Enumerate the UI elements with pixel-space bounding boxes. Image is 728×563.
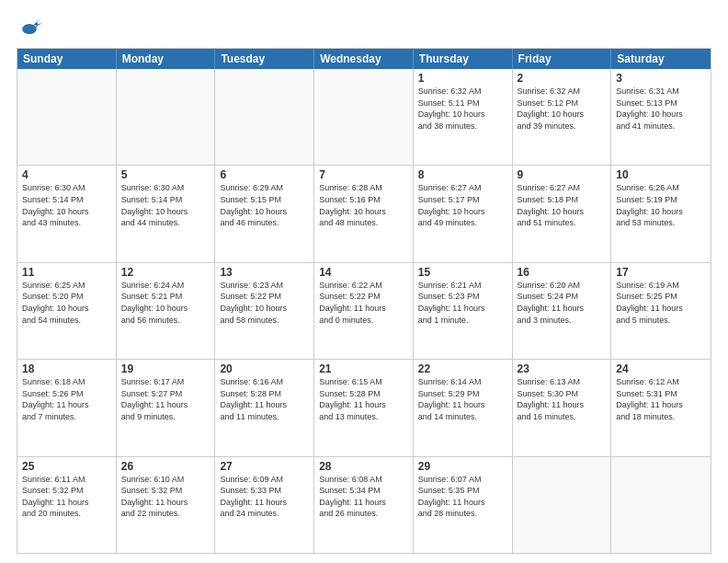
calendar-cell: 17Sunrise: 6:19 AM Sunset: 5:25 PM Dayli…	[611, 263, 711, 359]
day-number: 15	[418, 266, 507, 279]
day-info: Sunrise: 6:30 AM Sunset: 5:14 PM Dayligh…	[121, 182, 210, 228]
calendar-cell: 9Sunrise: 6:27 AM Sunset: 5:18 PM Daylig…	[513, 166, 612, 261]
day-number: 20	[220, 362, 309, 375]
day-info: Sunrise: 6:25 AM Sunset: 5:20 PM Dayligh…	[22, 280, 111, 326]
day-info: Sunrise: 6:26 AM Sunset: 5:19 PM Dayligh…	[616, 182, 706, 228]
day-number: 28	[319, 460, 408, 473]
day-info: Sunrise: 6:27 AM Sunset: 5:17 PM Dayligh…	[418, 182, 507, 228]
day-number: 27	[220, 460, 309, 473]
logo-icon	[17, 15, 42, 40]
calendar-cell: 21Sunrise: 6:15 AM Sunset: 5:28 PM Dayli…	[314, 360, 414, 455]
day-number: 19	[121, 362, 210, 375]
calendar-cell: 19Sunrise: 6:17 AM Sunset: 5:27 PM Dayli…	[117, 360, 216, 455]
day-info: Sunrise: 6:17 AM Sunset: 5:27 PM Dayligh…	[121, 376, 210, 422]
day-number: 24	[616, 362, 706, 375]
day-info: Sunrise: 6:09 AM Sunset: 5:33 PM Dayligh…	[220, 474, 309, 520]
day-info: Sunrise: 6:11 AM Sunset: 5:32 PM Dayligh…	[22, 474, 111, 520]
day-info: Sunrise: 6:24 AM Sunset: 5:21 PM Dayligh…	[121, 280, 210, 326]
calendar-row: 25Sunrise: 6:11 AM Sunset: 5:32 PM Dayli…	[17, 456, 711, 553]
day-info: Sunrise: 6:13 AM Sunset: 5:30 PM Dayligh…	[518, 376, 607, 422]
calendar-cell: 8Sunrise: 6:27 AM Sunset: 5:17 PM Daylig…	[414, 166, 513, 261]
day-number: 26	[121, 460, 210, 473]
calendar-cell: 18Sunrise: 6:18 AM Sunset: 5:26 PM Dayli…	[17, 360, 117, 455]
day-number: 5	[121, 168, 210, 181]
day-info: Sunrise: 6:31 AM Sunset: 5:13 PM Dayligh…	[616, 86, 706, 132]
calendar-cell: 1Sunrise: 6:32 AM Sunset: 5:11 PM Daylig…	[414, 69, 513, 165]
day-info: Sunrise: 6:07 AM Sunset: 5:35 PM Dayligh…	[418, 474, 507, 520]
calendar-cell: 12Sunrise: 6:24 AM Sunset: 5:21 PM Dayli…	[117, 263, 216, 359]
header-cell-wednesday: Wednesday	[314, 49, 414, 69]
day-number: 25	[22, 460, 111, 473]
day-number: 12	[121, 266, 210, 279]
calendar-cell: 24Sunrise: 6:12 AM Sunset: 5:31 PM Dayli…	[611, 360, 711, 455]
calendar-cell: 4Sunrise: 6:30 AM Sunset: 5:14 PM Daylig…	[17, 166, 117, 261]
svg-point-1	[36, 23, 38, 25]
header-cell-friday: Friday	[513, 49, 612, 69]
day-info: Sunrise: 6:21 AM Sunset: 5:23 PM Dayligh…	[418, 280, 507, 326]
svg-point-0	[22, 24, 37, 34]
calendar: SundayMondayTuesdayWednesdayThursdayFrid…	[17, 48, 711, 554]
day-info: Sunrise: 6:12 AM Sunset: 5:31 PM Dayligh…	[616, 376, 706, 422]
day-info: Sunrise: 6:14 AM Sunset: 5:29 PM Dayligh…	[418, 376, 507, 422]
calendar-row: 4Sunrise: 6:30 AM Sunset: 5:14 PM Daylig…	[17, 165, 711, 261]
day-number: 9	[518, 168, 607, 181]
calendar-cell: 2Sunrise: 6:32 AM Sunset: 5:12 PM Daylig…	[513, 69, 612, 165]
calendar-header: SundayMondayTuesdayWednesdayThursdayFrid…	[17, 49, 711, 69]
day-number: 10	[616, 168, 706, 181]
header-cell-tuesday: Tuesday	[215, 49, 314, 69]
header-cell-sunday: Sunday	[17, 49, 117, 69]
day-number: 1	[418, 72, 507, 85]
day-info: Sunrise: 6:10 AM Sunset: 5:32 PM Dayligh…	[121, 474, 210, 520]
calendar-cell	[513, 457, 612, 553]
calendar-cell: 6Sunrise: 6:29 AM Sunset: 5:15 PM Daylig…	[215, 166, 314, 261]
calendar-cell	[215, 69, 314, 165]
header-cell-monday: Monday	[117, 49, 216, 69]
calendar-cell: 28Sunrise: 6:08 AM Sunset: 5:34 PM Dayli…	[314, 457, 414, 553]
day-info: Sunrise: 6:28 AM Sunset: 5:16 PM Dayligh…	[319, 182, 408, 228]
day-number: 21	[319, 362, 408, 375]
day-number: 3	[616, 72, 706, 85]
day-info: Sunrise: 6:29 AM Sunset: 5:15 PM Dayligh…	[220, 182, 309, 228]
day-number: 8	[418, 168, 507, 181]
day-number: 7	[319, 168, 408, 181]
day-number: 23	[518, 362, 607, 375]
calendar-cell: 14Sunrise: 6:22 AM Sunset: 5:22 PM Dayli…	[314, 263, 414, 359]
day-number: 29	[418, 460, 507, 473]
calendar-cell: 13Sunrise: 6:23 AM Sunset: 5:22 PM Dayli…	[215, 263, 314, 359]
day-info: Sunrise: 6:23 AM Sunset: 5:22 PM Dayligh…	[220, 280, 309, 326]
calendar-cell: 29Sunrise: 6:07 AM Sunset: 5:35 PM Dayli…	[414, 457, 513, 553]
calendar-cell: 5Sunrise: 6:30 AM Sunset: 5:14 PM Daylig…	[117, 166, 216, 261]
day-info: Sunrise: 6:30 AM Sunset: 5:14 PM Dayligh…	[22, 182, 111, 228]
calendar-cell	[17, 69, 117, 165]
header-cell-thursday: Thursday	[414, 49, 513, 69]
calendar-body: 1Sunrise: 6:32 AM Sunset: 5:11 PM Daylig…	[17, 69, 711, 553]
calendar-cell	[314, 69, 414, 165]
page: SundayMondayTuesdayWednesdayThursdayFrid…	[0, 0, 728, 563]
day-number: 2	[518, 72, 607, 85]
calendar-cell: 10Sunrise: 6:26 AM Sunset: 5:19 PM Dayli…	[611, 166, 711, 261]
calendar-cell: 3Sunrise: 6:31 AM Sunset: 5:13 PM Daylig…	[611, 69, 711, 165]
day-number: 18	[22, 362, 111, 375]
day-info: Sunrise: 6:22 AM Sunset: 5:22 PM Dayligh…	[319, 280, 408, 326]
day-number: 14	[319, 266, 408, 279]
calendar-cell: 26Sunrise: 6:10 AM Sunset: 5:32 PM Dayli…	[117, 457, 216, 553]
day-info: Sunrise: 6:19 AM Sunset: 5:25 PM Dayligh…	[616, 280, 706, 326]
calendar-cell	[117, 69, 216, 165]
calendar-cell: 15Sunrise: 6:21 AM Sunset: 5:23 PM Dayli…	[414, 263, 513, 359]
day-number: 4	[22, 168, 111, 181]
day-number: 16	[518, 266, 607, 279]
header	[17, 15, 711, 40]
calendar-cell: 20Sunrise: 6:16 AM Sunset: 5:28 PM Dayli…	[215, 360, 314, 455]
calendar-row: 1Sunrise: 6:32 AM Sunset: 5:11 PM Daylig…	[17, 69, 711, 165]
day-info: Sunrise: 6:08 AM Sunset: 5:34 PM Dayligh…	[319, 474, 408, 520]
day-info: Sunrise: 6:18 AM Sunset: 5:26 PM Dayligh…	[22, 376, 111, 422]
calendar-row: 11Sunrise: 6:25 AM Sunset: 5:20 PM Dayli…	[17, 262, 711, 359]
calendar-cell: 25Sunrise: 6:11 AM Sunset: 5:32 PM Dayli…	[17, 457, 117, 553]
day-info: Sunrise: 6:20 AM Sunset: 5:24 PM Dayligh…	[518, 280, 607, 326]
day-info: Sunrise: 6:15 AM Sunset: 5:28 PM Dayligh…	[319, 376, 408, 422]
day-number: 17	[616, 266, 706, 279]
day-info: Sunrise: 6:16 AM Sunset: 5:28 PM Dayligh…	[220, 376, 309, 422]
day-info: Sunrise: 6:32 AM Sunset: 5:12 PM Dayligh…	[518, 86, 607, 132]
day-info: Sunrise: 6:32 AM Sunset: 5:11 PM Dayligh…	[418, 86, 507, 132]
calendar-cell: 11Sunrise: 6:25 AM Sunset: 5:20 PM Dayli…	[17, 263, 117, 359]
